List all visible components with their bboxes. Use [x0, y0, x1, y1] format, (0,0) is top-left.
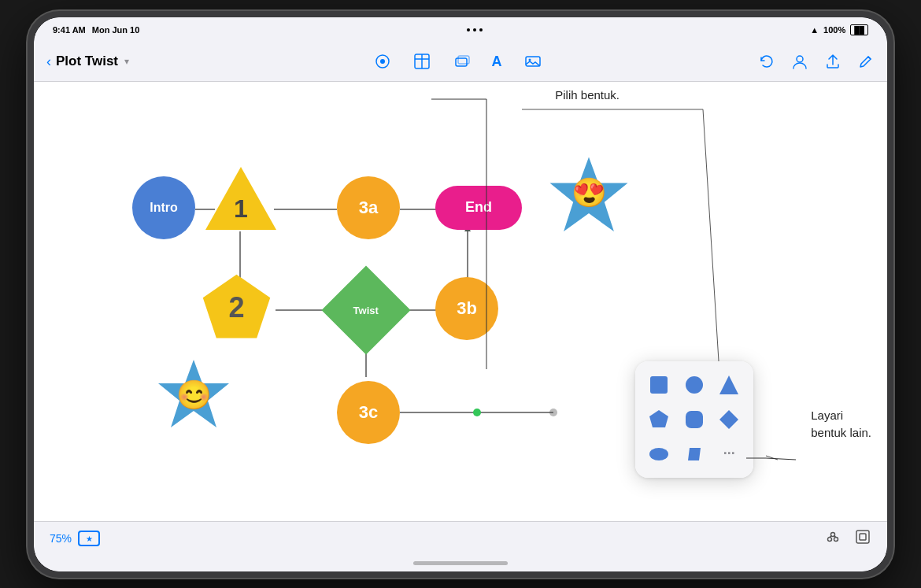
svg-rect-5	[456, 58, 467, 66]
status-left: 9:41 AM Mon Jun 10	[53, 25, 139, 35]
node-twist-label: Twist	[353, 304, 379, 316]
zoom-percent: 75%	[50, 532, 72, 545]
svg-marker-30	[649, 410, 668, 427]
picker-circle[interactable]	[680, 371, 708, 399]
svg-point-22	[549, 409, 557, 416]
picker-more[interactable]: ···	[715, 440, 743, 468]
toolbar-center: A	[157, 53, 758, 70]
svg-marker-29	[719, 375, 738, 394]
layers-tool-icon[interactable]	[453, 53, 470, 70]
svg-rect-31	[686, 411, 703, 428]
ipad-frame: 9:41 AM Mon Jun 10 ▲ 100% ██ ‹ Plot Twis…	[28, 11, 893, 578]
shape-picker-panel: ···	[635, 361, 753, 478]
media-tool-icon[interactable]	[524, 53, 542, 70]
star-left[interactable]: 😊	[154, 356, 233, 435]
share-icon[interactable]	[824, 53, 841, 70]
present-icon[interactable]	[824, 528, 841, 549]
svg-line-39	[766, 458, 796, 460]
canvas-area[interactable]: Intro 1 3a End 😍	[34, 82, 887, 521]
svg-point-1	[380, 59, 385, 64]
node-intro[interactable]: Intro	[132, 176, 195, 239]
picker-square[interactable]	[645, 371, 673, 399]
svg-point-44	[828, 538, 832, 542]
node-3b[interactable]: 3b	[435, 277, 498, 340]
shapes-tool-icon[interactable]	[374, 53, 391, 70]
node-3c[interactable]: 3c	[337, 381, 400, 444]
document-title[interactable]: Plot Twist	[56, 54, 118, 69]
status-time: 9:41 AM	[53, 25, 86, 35]
svg-marker-32	[719, 410, 738, 429]
battery-text: 100%	[823, 25, 845, 35]
zoom-area: 75% ★	[50, 531, 100, 546]
callout-right-line1: Layari	[811, 409, 843, 422]
picker-oval[interactable]	[645, 440, 673, 468]
svg-marker-34	[688, 448, 701, 460]
status-bar: 9:41 AM Mon Jun 10 ▲ 100% ██	[34, 17, 887, 43]
svg-point-33	[649, 448, 668, 460]
svg-rect-49	[860, 534, 866, 540]
svg-line-37	[766, 456, 778, 460]
svg-rect-6	[458, 56, 469, 64]
undo-icon[interactable]	[758, 53, 775, 70]
zoom-badge[interactable]: ★	[78, 531, 100, 546]
callout-top-text: Pilih bentuk.	[555, 88, 620, 102]
picker-diamond[interactable]	[715, 405, 743, 434]
star-right[interactable]: 😍	[546, 153, 632, 239]
svg-point-8	[528, 59, 531, 61]
svg-line-47	[834, 536, 836, 538]
svg-point-9	[797, 56, 803, 62]
battery-icon: ██	[850, 24, 868, 35]
node-2[interactable]: 2	[199, 271, 274, 346]
edit-icon[interactable]	[857, 53, 875, 70]
node-3a[interactable]: 3a	[337, 176, 400, 239]
svg-point-21	[473, 409, 481, 416]
node-twist[interactable]: Twist	[321, 265, 410, 354]
status-date: Mon Jun 10	[92, 25, 140, 35]
wifi-icon: ▲	[810, 25, 819, 35]
node-end[interactable]: End	[435, 186, 522, 230]
bottom-bar: 75% ★	[34, 521, 887, 556]
home-indicator	[34, 556, 887, 571]
svg-point-28	[686, 376, 703, 394]
title-dropdown[interactable]: ▾	[124, 56, 129, 67]
node-1[interactable]: 1	[205, 167, 276, 230]
svg-rect-27	[650, 376, 668, 394]
svg-point-45	[834, 538, 838, 542]
toolbar: ‹ Plot Twist ▾	[34, 43, 887, 82]
callout-right-line2: bentuk lain.	[811, 426, 871, 439]
picker-triangle[interactable]	[715, 371, 743, 399]
picker-parallelogram[interactable]	[680, 440, 708, 468]
text-tool-icon[interactable]: A	[492, 54, 502, 70]
status-dots	[467, 28, 483, 31]
svg-text:2: 2	[228, 290, 244, 323]
home-bar	[413, 561, 508, 565]
svg-line-36	[703, 109, 719, 361]
toolbar-right	[758, 53, 875, 70]
back-button[interactable]: ‹	[46, 54, 51, 70]
callout-right-text: Layari bentuk lain.	[811, 407, 871, 442]
collab-icon[interactable]	[791, 53, 808, 70]
picker-pentagon[interactable]	[645, 405, 673, 434]
fullscreen-icon[interactable]	[854, 528, 871, 549]
bottom-right-icons	[824, 528, 871, 549]
svg-line-46	[830, 536, 832, 538]
svg-rect-48	[856, 531, 869, 543]
toolbar-left: ‹ Plot Twist ▾	[46, 54, 157, 70]
node-1-label: 1	[234, 194, 248, 224]
ipad-screen: 9:41 AM Mon Jun 10 ▲ 100% ██ ‹ Plot Twis…	[34, 17, 887, 571]
picker-rounded-square[interactable]	[680, 405, 708, 434]
zoom-badge-icon: ★	[86, 534, 93, 543]
status-right: ▲ 100% ██	[810, 24, 868, 35]
table-tool-icon[interactable]	[413, 53, 431, 70]
